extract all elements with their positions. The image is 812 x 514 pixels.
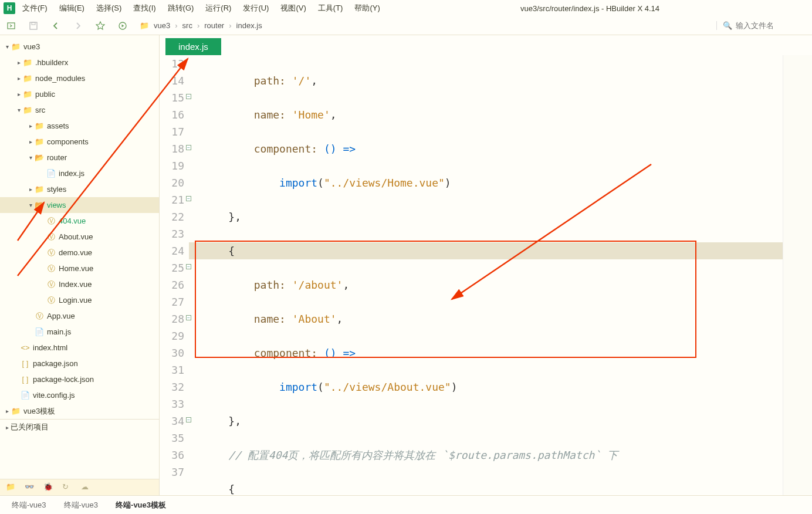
tree-index-js[interactable]: 📄index.js [0,165,159,181]
breadcrumb-src[interactable]: src [182,21,192,30]
toolbar: 📁 vue3› src› router› index.js 🔍 [0,16,812,35]
menu-goto[interactable]: 跳转(G) [163,2,199,15]
tree-styles[interactable]: ▸📁styles [0,181,159,197]
breadcrumb-vue3[interactable]: vue3 [154,21,170,30]
code-area[interactable]: 13 14 15− 16 17 18− 19 20 21− 22 23 24 2… [160,55,812,495]
folder-icon: 📁 [22,58,33,67]
json-file-icon: [ ] [20,375,31,384]
tree-components[interactable]: ▸📁components [0,134,159,150]
window-title: vue3/src/router/index.js - HBuilder X 4.… [520,4,659,13]
folder-icon: 📁 [34,185,45,194]
vue-file-icon: Ⓥ [46,295,56,306]
cloud-icon[interactable]: ☁ [81,482,92,493]
menubar: H 文件(F) 编辑(E) 选择(S) 查找(I) 跳转(G) 运行(R) 发行… [0,0,812,16]
editor: index.js 13 14 15− 16 17 18− 19 20 21− 2… [160,35,812,495]
tree-router[interactable]: ▾📂router [0,150,159,165]
save-icon[interactable] [28,21,39,31]
vue-file-icon: Ⓥ [46,248,56,258]
tree-template[interactable]: ▸📁vue3模板 [0,403,159,419]
vue-file-icon: Ⓥ [46,263,56,274]
js-file-icon: 📄 [20,391,31,400]
js-file-icon: 📄 [34,327,45,336]
folder-plus-icon[interactable]: 📁 [6,482,16,493]
folder-icon: 📂 [34,201,45,209]
tree-login[interactable]: ⓋLogin.vue [0,292,159,308]
folder-icon: 📁 [22,74,33,83]
sidebar-toolbar: 📁 👓 🐞 ↻ ☁ [0,479,159,495]
tree-pkglock[interactable]: [ ]package-lock.json [0,371,159,387]
tree-root[interactable]: ▾📁vue3 [0,39,159,55]
menu-select[interactable]: 选择(S) [92,2,126,15]
json-file-icon: [ ] [20,359,31,368]
tree-src[interactable]: ▾📁src [0,102,159,118]
star-icon[interactable] [95,21,106,31]
vue-file-icon: Ⓥ [46,232,56,242]
editor-tabs: index.js [160,35,812,55]
folder-icon: 📁 [22,106,33,114]
tree-public[interactable]: ▸📁public [0,86,159,102]
tree-vite[interactable]: 📄vite.config.js [0,387,159,403]
app-logo: H [4,2,15,14]
folder-icon: 📁 [22,90,33,99]
folder-icon: 📁 [34,137,45,146]
forward-icon[interactable] [73,21,83,31]
menu-edit[interactable]: 编辑(E) [55,2,89,15]
tree-app[interactable]: ⓋApp.vue [0,308,159,324]
tree-assets[interactable]: ▸📁assets [0,118,159,134]
breadcrumb-index[interactable]: index.js [236,21,262,30]
code-content[interactable]: path: '/', name: 'Home', component: () =… [189,55,783,495]
run-icon[interactable] [117,21,128,31]
file-tree: ▾📁vue3 ▸📁.hbuilderx ▸📁node_modules ▸📁pub… [0,35,159,479]
breadcrumb: 📁 vue3› src› router› index.js [140,21,262,30]
menu-view[interactable]: 视图(V) [276,2,310,15]
breadcrumb-router[interactable]: router [204,21,224,30]
search-icon: 🔍 [723,21,732,30]
svg-rect-1 [30,22,37,29]
html-file-icon: <> [20,343,31,352]
minimap[interactable] [783,55,812,495]
tree-closed[interactable]: ▸已关闭项目 [0,419,159,435]
vue-file-icon: Ⓥ [46,216,56,226]
tree-404[interactable]: Ⓥ404.vue [0,213,159,229]
tree-views[interactable]: ▾📂views [0,197,159,213]
search-input[interactable] [736,21,806,30]
terminal-tab-1[interactable]: 终端-vue3 [12,500,46,510]
tree-node-modules[interactable]: ▸📁node_modules [0,70,159,86]
menu-publish[interactable]: 发行(U) [238,2,273,15]
tree-main[interactable]: 📄main.js [0,324,159,340]
file-search[interactable]: 🔍 [716,21,806,30]
sidebar: ▾📁vue3 ▸📁.hbuilderx ▸📁node_modules ▸📁pub… [0,35,160,495]
menu-find[interactable]: 查找(I) [128,2,160,15]
tree-about[interactable]: ⓋAbout.vue [0,229,159,245]
menu-tools[interactable]: 工具(T) [313,2,348,15]
expand-icon[interactable] [6,21,16,31]
tab-indexjs[interactable]: index.js [165,38,221,55]
js-file-icon: 📄 [46,169,56,178]
tree-indexvue[interactable]: ⓋIndex.vue [0,276,159,292]
terminal-tab-2[interactable]: 终端-vue3 [64,500,99,510]
tree-indexhtml[interactable]: <>index.html [0,340,159,356]
binoculars-icon[interactable]: 👓 [25,482,35,493]
bug-icon[interactable]: 🐞 [43,482,54,493]
gutter: 13 14 15− 16 17 18− 19 20 21− 22 23 24 2… [160,55,189,495]
back-icon[interactable] [50,21,61,31]
sync-icon[interactable]: ↻ [62,482,73,493]
tree-pkg[interactable]: [ ]package.json [0,356,159,371]
folder-icon: 📂 [34,153,45,162]
folder-icon: 📁 [140,21,149,30]
folder-icon: 📁 [11,42,21,51]
menu-help[interactable]: 帮助(Y) [350,2,384,15]
vue-file-icon: Ⓥ [34,311,45,322]
tree-hbuilderx[interactable]: ▸📁.hbuilderx [0,55,159,70]
folder-icon: 📁 [11,407,21,415]
terminal-tab-3[interactable]: 终端-vue3模板 [116,500,166,510]
menu-run[interactable]: 运行(R) [201,2,236,15]
statusbar: 终端-vue3 终端-vue3 终端-vue3模板 [0,495,812,514]
menu-file[interactable]: 文件(F) [18,2,52,15]
vue-file-icon: Ⓥ [46,279,56,290]
tree-demo[interactable]: Ⓥdemo.vue [0,245,159,261]
tree-home[interactable]: ⓋHome.vue [0,261,159,276]
folder-icon: 📁 [34,121,45,130]
